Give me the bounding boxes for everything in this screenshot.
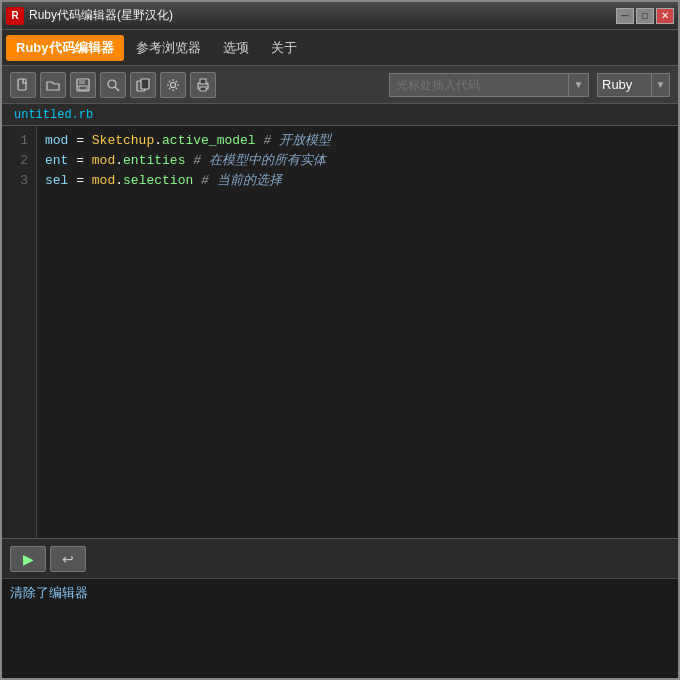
- back-button[interactable]: ↩: [50, 546, 86, 572]
- language-input[interactable]: [597, 73, 652, 97]
- code-eq-3: =: [68, 173, 91, 188]
- new-file-button[interactable]: [10, 72, 36, 98]
- code-comment-2: #: [185, 153, 208, 168]
- search-input[interactable]: [389, 73, 569, 97]
- code-line-2: ent = mod . entities # 在模型中的所有实体: [45, 150, 670, 170]
- svg-rect-10: [200, 79, 206, 84]
- svg-point-8: [171, 82, 176, 87]
- code-comment-zh-1: 开放模型: [279, 131, 331, 149]
- svg-rect-7: [141, 79, 149, 89]
- code-comment-3: #: [193, 173, 216, 188]
- language-dropdown[interactable]: ▼: [652, 73, 670, 97]
- menu-item-editor[interactable]: Ruby代码编辑器: [6, 35, 124, 61]
- line-numbers: 1 2 3: [2, 126, 37, 538]
- code-obj-mod-3: mod: [92, 173, 115, 188]
- title-bar: R Ruby代码编辑器(星野汉化) ─ □ ✕: [2, 2, 678, 30]
- code-dot-3: .: [115, 173, 123, 188]
- code-comment-1: #: [256, 133, 279, 148]
- svg-rect-2: [79, 79, 85, 84]
- print-button[interactable]: [190, 72, 216, 98]
- bottom-toolbar: ▶ ↩: [2, 538, 678, 578]
- minimize-button[interactable]: ─: [616, 8, 634, 24]
- code-method-entities: entities: [123, 153, 185, 168]
- line-number-2: 2: [2, 150, 36, 170]
- svg-rect-3: [79, 86, 87, 90]
- line-number-3: 3: [2, 170, 36, 190]
- close-button[interactable]: ✕: [656, 8, 674, 24]
- file-tab[interactable]: untitled.rb: [2, 104, 678, 126]
- save-file-button[interactable]: [70, 72, 96, 98]
- search-dropdown[interactable]: ▼: [569, 73, 589, 97]
- code-eq-1: =: [68, 133, 91, 148]
- window-title: Ruby代码编辑器(星野汉化): [29, 7, 173, 24]
- code-obj-mod-2: mod: [92, 153, 115, 168]
- code-comment-zh-2: 在模型中的所有实体: [209, 151, 326, 169]
- svg-line-5: [115, 87, 119, 91]
- status-text: 清除了编辑器: [10, 585, 88, 600]
- status-bar: 清除了编辑器: [2, 578, 678, 678]
- code-container: 1 2 3 mod = Sketchup . active_model # 开放…: [2, 126, 678, 538]
- code-editor[interactable]: mod = Sketchup . active_model # 开放模型 ent…: [37, 126, 678, 538]
- code-var-ent: ent: [45, 153, 68, 168]
- run-button[interactable]: ▶: [10, 546, 46, 572]
- editor-area: untitled.rb 1 2 3 mod = Sketchup . activ…: [2, 104, 678, 538]
- run-icon: ▶: [23, 551, 34, 567]
- window-controls: ─ □ ✕: [616, 8, 674, 24]
- svg-rect-0: [18, 79, 26, 90]
- code-dot-1: .: [154, 133, 162, 148]
- file-tab-name: untitled.rb: [14, 108, 93, 122]
- menu-item-about[interactable]: 关于: [261, 35, 307, 61]
- svg-rect-11: [200, 87, 206, 91]
- maximize-button[interactable]: □: [636, 8, 654, 24]
- menu-item-options[interactable]: 选项: [213, 35, 259, 61]
- find-button[interactable]: [100, 72, 126, 98]
- title-bar-left: R Ruby代码编辑器(星野汉化): [6, 7, 173, 25]
- menu-bar: Ruby代码编辑器 参考浏览器 选项 关于: [2, 30, 678, 66]
- code-obj-sketchup: Sketchup: [92, 133, 154, 148]
- code-var-sel: sel: [45, 173, 68, 188]
- app-icon: R: [6, 7, 24, 25]
- back-icon: ↩: [62, 551, 74, 567]
- code-comment-zh-3: 当前的选择: [217, 171, 282, 189]
- line-number-1: 1: [2, 130, 36, 150]
- code-eq-2: =: [68, 153, 91, 168]
- code-line-3: sel = mod . selection # 当前的选择: [45, 170, 670, 190]
- menu-item-browser[interactable]: 参考浏览器: [126, 35, 211, 61]
- code-method-active: active_model: [162, 133, 256, 148]
- open-file-button[interactable]: [40, 72, 66, 98]
- code-var-mod: mod: [45, 133, 68, 148]
- settings-button[interactable]: [160, 72, 186, 98]
- language-selector: ▼: [597, 73, 670, 97]
- main-window: R Ruby代码编辑器(星野汉化) ─ □ ✕ Ruby代码编辑器 参考浏览器 …: [0, 0, 680, 680]
- code-dot-2: .: [115, 153, 123, 168]
- search-area: ▼: [389, 73, 589, 97]
- copy-button[interactable]: [130, 72, 156, 98]
- code-method-selection: selection: [123, 173, 193, 188]
- svg-point-4: [108, 80, 116, 88]
- toolbar: ▼ ▼: [2, 66, 678, 104]
- code-line-1: mod = Sketchup . active_model # 开放模型: [45, 130, 670, 150]
